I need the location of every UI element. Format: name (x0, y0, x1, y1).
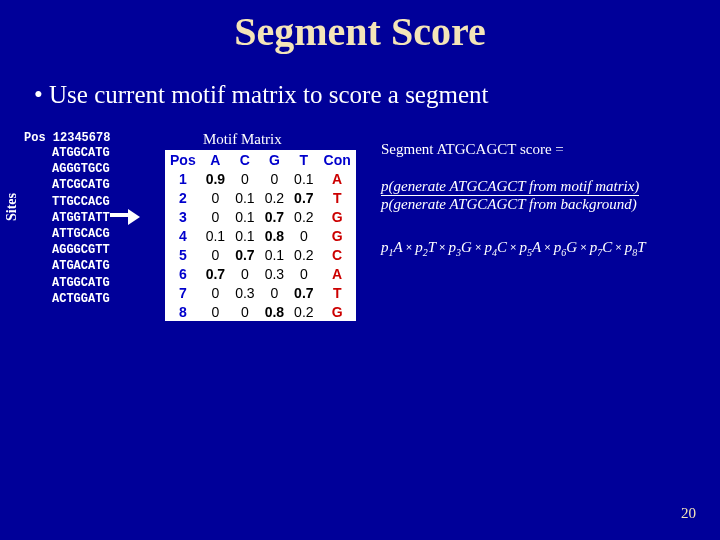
matrix-consensus-cell: A (319, 264, 356, 283)
matrix-value-cell: 0 (201, 245, 230, 264)
matrix-consensus-cell: G (319, 302, 356, 321)
matrix-row: 10.9000.1A (165, 169, 356, 188)
matrix-consensus-cell: G (319, 226, 356, 245)
multiply-icon: × (436, 241, 449, 253)
matrix-pos-cell: 7 (165, 283, 201, 302)
matrix-row: 8000.80.2G (165, 302, 356, 321)
matrix-header-cell: Pos (165, 150, 201, 169)
matrix-consensus-cell: T (319, 188, 356, 207)
matrix-value-cell: 0.8 (260, 302, 289, 321)
matrix-pos-cell: 6 (165, 264, 201, 283)
matrix-value-cell: 0.3 (230, 283, 259, 302)
matrix-row: 500.70.10.2C (165, 245, 356, 264)
matrix-value-cell: 0.8 (260, 226, 289, 245)
matrix-value-cell: 0.1 (260, 245, 289, 264)
matrix-value-cell: 0.2 (289, 302, 318, 321)
matrix-value-cell: 0.1 (289, 169, 318, 188)
matrix-value-cell: 0 (201, 283, 230, 302)
matrix-value-cell: 0.1 (201, 226, 230, 245)
matrix-value-cell: 0 (201, 302, 230, 321)
matrix-consensus-cell: C (319, 245, 356, 264)
matrix-value-cell: 0 (260, 283, 289, 302)
matrix-consensus-cell: G (319, 207, 356, 226)
fraction-denominator: p(generate ATGCAGCT from background) (381, 195, 639, 213)
matrix-consensus-cell: A (319, 169, 356, 188)
matrix-value-cell: 0 (230, 169, 259, 188)
matrix-value-cell: 0.1 (230, 207, 259, 226)
matrix-value-cell: 0 (289, 226, 318, 245)
pos-header: Pos 12345678 (24, 131, 155, 145)
matrix-label: Motif Matrix (203, 131, 365, 148)
multiply-icon: × (507, 241, 520, 253)
matrix-value-cell: 0.2 (260, 188, 289, 207)
matrix-header-cell: A (201, 150, 230, 169)
sites-axis-label: Sites (4, 193, 20, 221)
prob-term: p4C (485, 239, 508, 255)
motif-matrix-table: PosACGTCon 10.9000.1A200.10.20.7T300.10.… (165, 150, 356, 321)
score-fraction: p(generate ATGCAGCT from motif matrix) p… (381, 178, 639, 213)
slide-number: 20 (681, 505, 696, 522)
matrix-value-cell: 0 (260, 169, 289, 188)
matrix-header-cell: G (260, 150, 289, 169)
matrix-value-cell: 0.7 (230, 245, 259, 264)
prob-term: p6G (554, 239, 577, 255)
matrix-pos-cell: 5 (165, 245, 201, 264)
matrix-value-cell: 0.7 (201, 264, 230, 283)
prob-term: p7C (590, 239, 613, 255)
matrix-value-cell: 0.7 (289, 188, 318, 207)
matrix-consensus-cell: T (319, 283, 356, 302)
slide-title: Segment Score (0, 0, 720, 55)
matrix-value-cell: 0.9 (201, 169, 230, 188)
matrix-header-cell: T (289, 150, 318, 169)
bullet-text: • Use current motif matrix to score a se… (34, 81, 720, 109)
matrix-value-cell: 0.3 (260, 264, 289, 283)
matrix-value-cell: 0 (230, 264, 259, 283)
sequence-row: ATGGCATG (52, 145, 155, 161)
sequence-row: ATCGCATG (52, 177, 155, 193)
matrix-row: 40.10.10.80G (165, 226, 356, 245)
probability-expression: p1A × p2T × p3G × p4C × p5A × p6G × p7C … (381, 239, 646, 258)
matrix-row: 200.10.20.7T (165, 188, 356, 207)
sequence-row: ACTGGATG (52, 291, 155, 307)
prob-term: p3G (449, 239, 472, 255)
matrix-value-cell: 0 (201, 188, 230, 207)
matrix-value-cell: 0.1 (230, 188, 259, 207)
matrix-pos-cell: 2 (165, 188, 201, 207)
matrix-pos-cell: 8 (165, 302, 201, 321)
matrix-pos-cell: 3 (165, 207, 201, 226)
matrix-row: 700.300.7T (165, 283, 356, 302)
matrix-value-cell: 0 (230, 302, 259, 321)
matrix-row: 300.10.70.2G (165, 207, 356, 226)
sequence-row: AGGGTGCG (52, 161, 155, 177)
matrix-row: 60.700.30A (165, 264, 356, 283)
matrix-value-cell: 0 (201, 207, 230, 226)
matrix-pos-cell: 4 (165, 226, 201, 245)
fraction-numerator: p(generate ATGCAGCT from motif matrix) (381, 178, 639, 195)
matrix-value-cell: 0.1 (230, 226, 259, 245)
multiply-icon: × (612, 241, 625, 253)
matrix-value-cell: 0.2 (289, 207, 318, 226)
sites-column: Sites Pos 12345678 ATGGCATGAGGGTGCGATCGC… (0, 131, 155, 321)
sequence-row: ATTGCACG (52, 226, 155, 242)
matrix-value-cell: 0.7 (289, 283, 318, 302)
matrix-header-cell: Con (319, 150, 356, 169)
prob-term: p8T (625, 239, 646, 255)
prob-term: p1A (381, 239, 403, 255)
matrix-value-cell: 0.2 (289, 245, 318, 264)
multiply-icon: × (403, 241, 416, 253)
matrix-header-cell: C (230, 150, 259, 169)
multiply-icon: × (472, 241, 485, 253)
matrix-value-cell: 0.7 (260, 207, 289, 226)
matrix-value-cell: 0 (289, 264, 318, 283)
prob-term: p2T (415, 239, 436, 255)
multiply-icon: × (541, 241, 554, 253)
sequence-row: TTGCCACG (52, 194, 155, 210)
prob-term: p5A (520, 239, 542, 255)
sequence-row: ATGACATG (52, 258, 155, 274)
matrix-pos-cell: 1 (165, 169, 201, 188)
score-column: Segment ATGCAGCT score = p(generate ATGC… (381, 131, 646, 321)
multiply-icon: × (577, 241, 590, 253)
matrix-column: Motif Matrix PosACGTCon 10.9000.1A200.10… (155, 131, 365, 321)
sequence-row: ATGGCATG (52, 275, 155, 291)
content-area: Sites Pos 12345678 ATGGCATGAGGGTGCGATCGC… (0, 131, 720, 321)
